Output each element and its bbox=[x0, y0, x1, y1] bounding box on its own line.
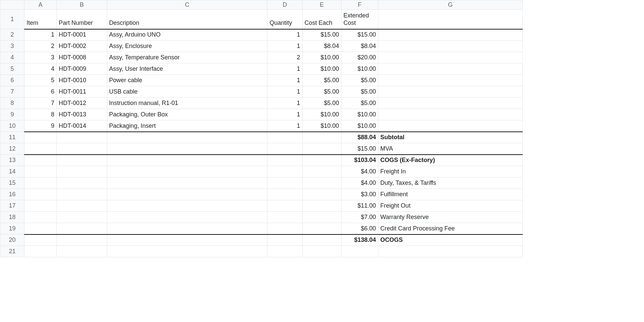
row-header[interactable]: 17 bbox=[0, 200, 24, 212]
cell-qty[interactable]: 1 bbox=[267, 29, 302, 41]
cell-desc[interactable] bbox=[107, 234, 267, 246]
row-header[interactable]: 12 bbox=[0, 143, 24, 155]
cell-ext[interactable]: $4.00 bbox=[341, 177, 378, 189]
cell-qty[interactable] bbox=[267, 223, 302, 234]
cell-qty[interactable] bbox=[267, 212, 302, 223]
cell-ext[interactable]: $7.00 bbox=[341, 212, 378, 223]
cell-empty[interactable] bbox=[341, 246, 378, 257]
cell-cost[interactable]: $5.00 bbox=[302, 98, 341, 109]
cell-qty[interactable]: 1 bbox=[267, 120, 302, 132]
cell-empty[interactable] bbox=[267, 246, 302, 257]
cell-ext[interactable]: $5.00 bbox=[341, 98, 378, 109]
row-header[interactable]: 5 bbox=[0, 63, 24, 75]
col-header-A[interactable]: A bbox=[24, 0, 57, 10]
cell-ext[interactable]: $15.00 bbox=[341, 143, 378, 155]
cell-qty[interactable] bbox=[267, 189, 302, 200]
cell-g[interactable]: Freight Out bbox=[378, 200, 523, 212]
cell-part[interactable]: HDT-0008 bbox=[57, 52, 107, 63]
cell-qty[interactable] bbox=[267, 155, 302, 166]
cell-ext[interactable]: $4.00 bbox=[341, 166, 378, 177]
cell-empty[interactable] bbox=[24, 246, 57, 257]
cell-g[interactable]: Credit Card Processing Fee bbox=[378, 223, 523, 234]
cell-item[interactable]: 1 bbox=[24, 29, 57, 41]
cell-ext[interactable]: $10.00 bbox=[341, 120, 378, 132]
cell-g[interactable] bbox=[378, 120, 523, 132]
cell-ext[interactable]: $138.04 bbox=[341, 234, 378, 246]
cell-item[interactable]: 8 bbox=[24, 109, 57, 120]
cell-item[interactable] bbox=[24, 189, 57, 200]
cell-item[interactable]: 5 bbox=[24, 75, 57, 86]
cell-desc[interactable] bbox=[107, 143, 267, 155]
cell-desc[interactable]: Assy, Enclosure bbox=[107, 41, 267, 52]
cell-cost[interactable] bbox=[302, 234, 341, 246]
cell-qty[interactable] bbox=[267, 166, 302, 177]
cell-cost-header[interactable]: Cost Each bbox=[302, 10, 341, 29]
row-header[interactable]: 14 bbox=[0, 166, 24, 177]
row-header[interactable]: 1 bbox=[0, 10, 24, 29]
cell-desc[interactable]: Instruction manual, R1-01 bbox=[107, 98, 267, 109]
row-header[interactable]: 10 bbox=[0, 120, 24, 132]
row-header[interactable]: 6 bbox=[0, 75, 24, 86]
cell-cost[interactable]: $10.00 bbox=[302, 52, 341, 63]
col-header-C[interactable]: C bbox=[107, 0, 267, 10]
cell-part-header[interactable]: Part Number bbox=[57, 10, 107, 29]
cell-cost[interactable] bbox=[302, 155, 341, 166]
col-header-E[interactable]: E bbox=[302, 0, 341, 10]
cell-ext[interactable]: $88.04 bbox=[341, 132, 378, 143]
cell-cost[interactable] bbox=[302, 200, 341, 212]
cell-cost[interactable] bbox=[302, 212, 341, 223]
cell-cost[interactable]: $5.00 bbox=[302, 75, 341, 86]
cell-desc[interactable]: Assy, Arduino UNO bbox=[107, 29, 267, 41]
cell-item[interactable] bbox=[24, 143, 57, 155]
cell-qty-header[interactable]: Quantity bbox=[267, 10, 302, 29]
cell-item[interactable]: 7 bbox=[24, 98, 57, 109]
cell-item[interactable] bbox=[24, 132, 57, 143]
row-header[interactable]: 9 bbox=[0, 109, 24, 120]
row-header[interactable]: 16 bbox=[0, 189, 24, 200]
cell-ext[interactable]: $15.00 bbox=[341, 29, 378, 41]
cell-cost[interactable] bbox=[302, 177, 341, 189]
row-header[interactable]: 2 bbox=[0, 29, 24, 41]
cell-part[interactable]: HDT-0014 bbox=[57, 120, 107, 132]
cell-item[interactable] bbox=[24, 177, 57, 189]
cell-part[interactable]: HDT-0011 bbox=[57, 86, 107, 98]
cell-desc[interactable] bbox=[107, 189, 267, 200]
cell-g[interactable] bbox=[378, 52, 523, 63]
col-header-F[interactable]: F bbox=[341, 0, 378, 10]
cell-g[interactable] bbox=[378, 98, 523, 109]
cell-g[interactable]: Duty, Taxes, & Tariffs bbox=[378, 177, 523, 189]
cell-qty[interactable]: 2 bbox=[267, 52, 302, 63]
row-header[interactable]: 7 bbox=[0, 86, 24, 98]
cell-part[interactable]: HDT-0013 bbox=[57, 109, 107, 120]
cell-part[interactable] bbox=[57, 143, 107, 155]
cell-g[interactable]: Warranty Reserve bbox=[378, 212, 523, 223]
cell-cost[interactable]: $15.00 bbox=[302, 29, 341, 41]
cell-cost[interactable] bbox=[302, 223, 341, 234]
cell-desc[interactable]: Assy, User Interface bbox=[107, 63, 267, 75]
cell-item[interactable] bbox=[24, 155, 57, 166]
cell-cost[interactable]: $8.04 bbox=[302, 41, 341, 52]
spreadsheet-grid[interactable]: A B C D E F G 1ItemPart NumberDescriptio… bbox=[0, 0, 523, 257]
cell-cost[interactable]: $10.00 bbox=[302, 120, 341, 132]
cell-qty[interactable]: 1 bbox=[267, 41, 302, 52]
row-header[interactable]: 4 bbox=[0, 52, 24, 63]
cell-g[interactable] bbox=[378, 41, 523, 52]
row-header[interactable]: 11 bbox=[0, 132, 24, 143]
cell-g[interactable] bbox=[378, 86, 523, 98]
cell-desc[interactable]: Packaging, Insert bbox=[107, 120, 267, 132]
col-header-D[interactable]: D bbox=[267, 0, 302, 10]
cell-part[interactable] bbox=[57, 166, 107, 177]
cell-desc[interactable]: Assy, Temperature Sensor bbox=[107, 52, 267, 63]
cell-part[interactable] bbox=[57, 223, 107, 234]
cell-part[interactable]: HDT-0009 bbox=[57, 63, 107, 75]
cell-desc[interactable] bbox=[107, 223, 267, 234]
cell-empty[interactable] bbox=[302, 246, 341, 257]
row-header[interactable]: 21 bbox=[0, 246, 24, 257]
cell-item[interactable] bbox=[24, 234, 57, 246]
cell-part[interactable] bbox=[57, 200, 107, 212]
cell-g[interactable]: Fulfillment bbox=[378, 189, 523, 200]
cell-item-header[interactable]: Item bbox=[24, 10, 57, 29]
row-header[interactable]: 8 bbox=[0, 98, 24, 109]
cell-desc[interactable]: Packaging, Outer Box bbox=[107, 109, 267, 120]
cell-part[interactable]: HDT-0002 bbox=[57, 41, 107, 52]
